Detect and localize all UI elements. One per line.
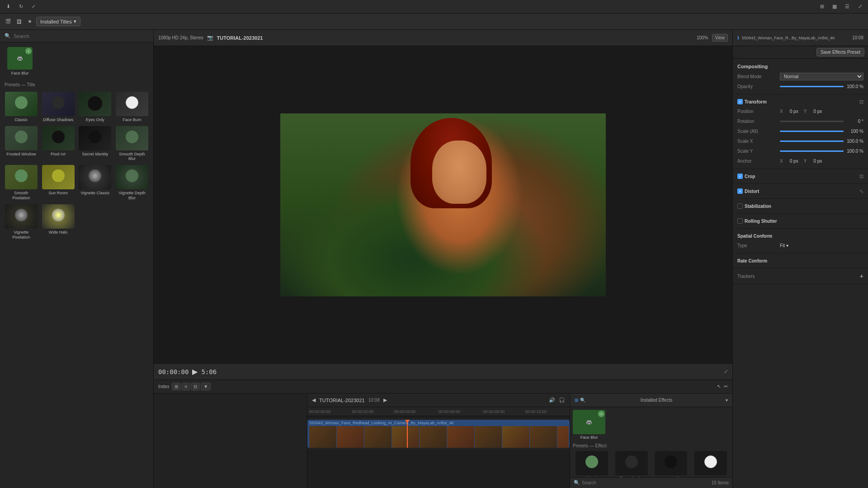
time-mark-5: 00:00:10:00: [525, 409, 547, 414]
media-icon[interactable]: 🖼: [14, 17, 24, 26]
smooth-depth-blur-thumb: [116, 126, 148, 150]
clip-thumb-9: [530, 426, 557, 448]
transform-checkbox[interactable]: ✓: [737, 99, 743, 104]
effect-small-face-burn[interactable]: Face Burn: [692, 451, 730, 477]
secret-identity-thumb: [79, 126, 111, 150]
save-effects-preset-button[interactable]: Save Effects Preset: [816, 48, 864, 56]
play-button[interactable]: ▶: [192, 367, 198, 376]
effect-item-classic[interactable]: Classic: [4, 91, 39, 123]
transform-label: Transform: [745, 99, 858, 104]
opacity-row: Opacity 100.0 %: [737, 81, 863, 91]
list-icon[interactable]: ☰: [843, 2, 852, 11]
fullscreen-button[interactable]: ⤢: [724, 369, 728, 375]
effects-search-input[interactable]: [582, 480, 639, 485]
presets-section-label: Presets — Title: [4, 80, 150, 89]
headphone-icon[interactable]: 🎧: [559, 397, 565, 403]
effect-item-face-burn[interactable]: Face Burn: [114, 91, 150, 123]
layout-icon[interactable]: ▦: [830, 2, 839, 11]
effect-item-secret-identity[interactable]: Secret Identity: [78, 125, 113, 163]
export-icon[interactable]: ↻: [16, 2, 25, 11]
import-icon[interactable]: ⬇: [4, 2, 13, 11]
effects-icon[interactable]: ★: [25, 17, 34, 26]
effect-item-diffuse-shadows[interactable]: Diffuse Shadows: [41, 91, 76, 123]
stabilization-label: Stabilization: [745, 204, 863, 209]
cursor-icon[interactable]: ↖: [717, 384, 721, 389]
position-x-value: 0 px: [785, 109, 798, 114]
grid-view-icon[interactable]: ⊞: [575, 398, 578, 403]
timeline-btn3[interactable]: ⊟: [191, 383, 200, 390]
effect-item-face-blur[interactable]: + 🦝 Face Blur: [4, 46, 36, 77]
prev-button[interactable]: ◀: [312, 397, 316, 403]
effect-small-eyes-only[interactable]: Eyes Only: [652, 451, 690, 477]
trim-icon[interactable]: ✂: [724, 384, 728, 389]
classic-thumb: [5, 92, 38, 116]
effect-item-wide-halo[interactable]: Wide Halo: [41, 203, 76, 241]
track-clip[interactable]: 550943_Woman_Face_Redhead_Looking_At_Cam…: [307, 420, 570, 448]
trackers-section: Trackers +: [733, 268, 868, 284]
type-value[interactable]: Fit ▾: [780, 243, 788, 248]
fullscreen-icon[interactable]: ⤢: [855, 2, 864, 11]
position-y-label: Y: [804, 109, 807, 114]
spatial-conform-section: Spatial Conform Type Fit ▾: [733, 229, 868, 253]
effect-item-smooth-pixelation[interactable]: Smooth Pixelation: [4, 164, 39, 202]
crop-checkbox[interactable]: ✓: [737, 174, 743, 179]
effect-small-classic[interactable]: Classic: [573, 451, 611, 477]
effect-item-frosted-window[interactable]: Frosted Window: [4, 125, 39, 163]
grid-icon[interactable]: ⊞: [817, 2, 826, 11]
spatial-conform-header: Spatial Conform: [737, 231, 863, 240]
scale-all-slider[interactable]: [780, 131, 844, 132]
effect-item-vignette-depth-blur[interactable]: Vignette Depth Blur: [114, 164, 150, 202]
effect-item-vignette-classic[interactable]: Vignette Classic: [78, 164, 113, 202]
timeline-btn2[interactable]: ≡: [182, 383, 190, 390]
transform-expand-icon[interactable]: ⊡: [859, 99, 863, 105]
scale-y-slider[interactable]: [780, 150, 844, 152]
compositing-label: Compositing: [737, 64, 768, 69]
opacity-slider[interactable]: [780, 86, 844, 87]
effect-item-pixel-art[interactable]: Pixel Art: [41, 125, 76, 163]
effect-item-smooth-depth-blur[interactable]: Smooth Depth Blur: [114, 125, 150, 163]
opacity-value: 100.0 %: [845, 84, 863, 89]
scale-x-slider[interactable]: [780, 141, 844, 142]
stabilization-checkbox[interactable]: [737, 203, 743, 209]
effect-small-diffuse-shadows[interactable]: Diffuse Shadows: [613, 451, 651, 477]
distort-checkbox[interactable]: ✓: [737, 188, 743, 194]
bottom-area: Index ⊞ ≡ ⊟ ▼ ↖ ✂ ◀: [154, 380, 732, 488]
position-y-value: 0 px: [808, 109, 822, 114]
compositing-header: Compositing: [737, 61, 863, 71]
effects-grid: + 🦝 Face Blur Presets — Title Classic: [0, 42, 153, 488]
view-button[interactable]: View: [712, 34, 728, 42]
rate-conform-section: Rate Conform: [733, 253, 868, 268]
playback-controls: 00:00:00 ▶ 5:06 ⤢: [154, 363, 732, 380]
check-icon[interactable]: ✓: [29, 2, 38, 11]
face-blur-effect-item[interactable]: + 🦝 Face Blur: [573, 410, 605, 440]
clip-thumb-2: [337, 426, 364, 448]
rotation-row: Rotation 0 °: [737, 116, 863, 126]
speaker-icon[interactable]: 🔊: [549, 397, 555, 403]
distort-expand-icon[interactable]: ⤡: [859, 188, 863, 194]
distort-header: ✓ Distort ⤡: [737, 187, 863, 196]
installed-titles-button[interactable]: Installed Titles ▾: [36, 17, 80, 26]
rotation-slider[interactable]: [780, 121, 844, 122]
blend-mode-select[interactable]: Normal: [780, 73, 863, 80]
search-bar: 🔍: [0, 30, 153, 42]
timeline-center: ◀ TUTORIAL-2023021 10:08 ▶ 🔊 🎧 00:00:00:…: [307, 394, 570, 488]
crop-section: ✓ Crop ⊡: [733, 169, 868, 184]
crop-expand-icon[interactable]: ⊡: [859, 174, 863, 179]
trackers-add-button[interactable]: +: [860, 272, 863, 280]
effect-item-eyes-only[interactable]: Eyes Only: [78, 91, 113, 123]
search-icon-small: 🔍: [580, 398, 585, 403]
effect-item-vignette-pixelation[interactable]: Vignette Pixelation: [4, 203, 39, 241]
playhead[interactable]: [407, 420, 408, 448]
bottom-right-effects: ⊞ 🔍 Installed Effects ▾ + 🦝: [570, 394, 732, 488]
timeline-btn4[interactable]: ▼: [201, 383, 211, 390]
time-label: 10:08: [852, 35, 863, 40]
face-blur-row: + 🦝 Face Blur: [573, 410, 730, 440]
effect-item-sun-room[interactable]: Sun Room: [41, 164, 76, 202]
rolling-shutter-checkbox[interactable]: [737, 218, 743, 224]
next-button[interactable]: ▶: [383, 397, 387, 403]
second-toolbar: 🎬 🖼 ★ Installed Titles ▾: [0, 14, 868, 30]
search-input[interactable]: [14, 33, 149, 39]
duration-display: 5:06: [201, 368, 217, 375]
timeline-btn1[interactable]: ⊞: [172, 383, 181, 390]
installed-effects-label: Installed Effects: [641, 398, 672, 403]
